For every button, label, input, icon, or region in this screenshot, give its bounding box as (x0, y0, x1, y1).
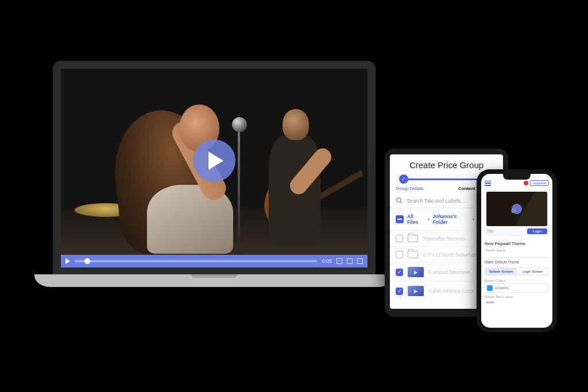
play-pause-icon[interactable] (65, 258, 70, 264)
search-icon (396, 197, 403, 204)
video-player: 0:05 (61, 69, 368, 267)
chevron-right-icon: › (473, 216, 474, 222)
list-item-label: Cable America Corp (428, 288, 473, 294)
player-controls: 0:05 (61, 255, 368, 267)
progress-bar[interactable] (75, 260, 317, 262)
laptop-bezel: 0:05 (53, 61, 376, 275)
phone-screen: Upgrade Title Login New Paywall Theme Th… (481, 174, 552, 328)
step-one-done-icon[interactable]: ✓ (399, 174, 408, 184)
laptop-base (34, 274, 394, 287)
row-checkbox[interactable] (396, 235, 403, 242)
tab-splash[interactable]: Splash Screen (485, 268, 517, 275)
video-thumb-icon (408, 286, 424, 296)
row-checkbox[interactable] (396, 288, 403, 295)
laptop-device: 0:05 (53, 61, 376, 275)
row-checkbox[interactable] (396, 269, 403, 276)
button-colour-value: #2899F6 (495, 286, 509, 290)
menu-icon[interactable] (485, 181, 491, 186)
volume-icon[interactable] (336, 258, 342, 264)
phone-device: Upgrade Title Login New Paywall Theme Th… (477, 169, 557, 332)
upgrade-button[interactable]: Upgrade (530, 180, 549, 186)
list-item-label: C T V13 North Suburban (423, 252, 477, 258)
button-text-colour-picker[interactable]: #ffffff (485, 300, 549, 305)
play-button[interactable] (193, 139, 235, 182)
button-colour-label: Button Colour (481, 277, 552, 282)
row-checkbox[interactable] (396, 251, 403, 258)
button-text-colour-value: #ffffff (486, 301, 494, 304)
select-partial-icon[interactable] (396, 215, 404, 223)
chevron-right-icon: › (428, 216, 430, 222)
button-text-colour-label: Button Text Colour (481, 294, 552, 298)
section-title: New Paywall Theme (481, 238, 552, 247)
progress-knob[interactable] (84, 258, 90, 264)
play-icon (486, 192, 547, 226)
fullscreen-icon[interactable] (357, 258, 363, 264)
tab-login[interactable]: Login Screen (517, 268, 548, 275)
login-button[interactable]: Login (527, 228, 547, 234)
svg-point-0 (397, 198, 401, 203)
swatch-icon (487, 285, 493, 291)
list-item-label: Comcast Sportsnet (428, 269, 470, 275)
breadcrumb-folder[interactable]: Johanna's Folder (432, 214, 469, 225)
stepper-line (408, 178, 485, 180)
folder-icon (408, 251, 418, 258)
settings-icon[interactable] (347, 258, 353, 264)
theme-name-input[interactable] (485, 252, 549, 258)
preview-thumbnail[interactable] (486, 192, 547, 226)
search-placeholder: Search Title and Labels... (407, 198, 465, 204)
theme-name-label: Theme Name (481, 247, 552, 252)
button-colour-picker[interactable]: #2899F6 (485, 284, 549, 293)
phone-notch (503, 174, 531, 180)
screen-tabs: Splash Screen Login Screen (485, 267, 549, 275)
preview-card: Title Login (484, 189, 550, 236)
video-thumb-icon (408, 267, 424, 277)
notification-dot-icon[interactable] (524, 181, 528, 185)
make-default-option[interactable]: Make Default Theme (481, 258, 552, 265)
svg-line-1 (400, 201, 402, 203)
time-elapsed: 0:05 (322, 258, 332, 264)
list-item-label: Telecrafter Services (423, 236, 466, 242)
folder-icon (408, 235, 418, 242)
step-one-label: Group Details (396, 186, 424, 191)
preview-title-label: Title (486, 229, 494, 233)
breadcrumb-root[interactable]: All Files (407, 214, 424, 225)
